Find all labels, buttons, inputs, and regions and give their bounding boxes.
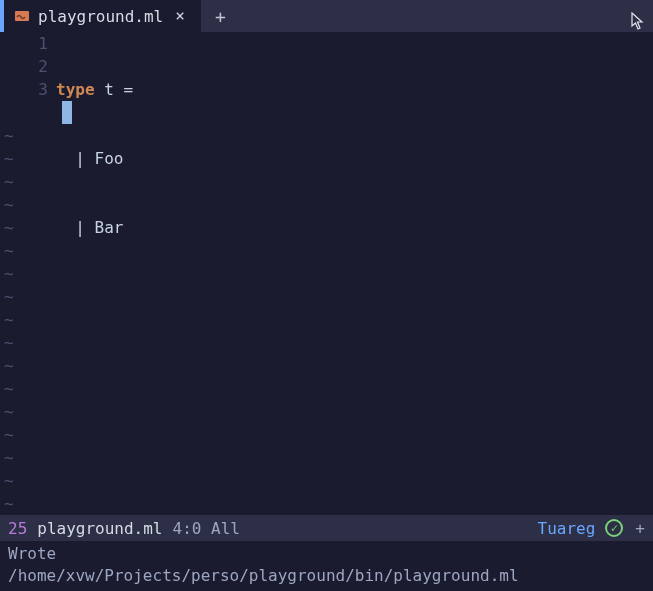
code-content[interactable]: type t = | Foo | Bar (56, 32, 653, 515)
keyword: type (56, 80, 95, 99)
modeline: 25 playground.ml 4:0 All Tuareg ✓ + (0, 515, 653, 541)
code-line: | Foo (56, 147, 653, 170)
code-line: | Bar (56, 216, 653, 239)
line-number: 2 (0, 55, 48, 78)
modeline-position: 4:0 All (173, 519, 240, 538)
line-number (0, 101, 48, 124)
code-text: t = (95, 80, 134, 99)
code-text: | Foo (56, 149, 123, 168)
empty-line-marker: ~ (0, 262, 48, 285)
empty-line-marker: ~ (0, 377, 48, 400)
code-line: type t = (56, 78, 653, 101)
vc-diff-count: 25 (4, 519, 27, 538)
empty-line-marker: ~ (0, 354, 48, 377)
minibuffer-line: Wrote (8, 543, 645, 565)
tab-label: playground.ml (38, 7, 163, 26)
ocaml-file-icon (14, 8, 30, 24)
modeline-filename: playground.ml (37, 519, 162, 538)
tab-bar: playground.ml × + (0, 0, 653, 32)
empty-line-marker: ~ (0, 423, 48, 446)
tab-close-icon[interactable]: × (171, 8, 189, 24)
minibuffer-line: /home/xvw/Projects/perso/playground/bin/… (8, 565, 645, 587)
modeline-extra: + (633, 519, 645, 538)
empty-line-marker: ~ (0, 147, 48, 170)
line-number-gutter: 1 2 3 ~ ~ ~ ~ ~ ~ ~ ~ ~ ~ ~ ~ ~ ~ ~ ~ ~ (0, 32, 56, 515)
empty-line-marker: ~ (0, 492, 48, 515)
code-editor[interactable]: 1 2 3 ~ ~ ~ ~ ~ ~ ~ ~ ~ ~ ~ ~ ~ ~ ~ ~ ~ … (0, 32, 653, 515)
tab-playground[interactable]: playground.ml × (4, 0, 201, 32)
empty-line-marker: ~ (0, 170, 48, 193)
empty-line-marker: ~ (0, 469, 48, 492)
modeline-major-mode[interactable]: Tuareg (538, 519, 596, 538)
empty-line-marker: ~ (0, 193, 48, 216)
empty-line-marker: ~ (0, 331, 48, 354)
line-number: 1 (0, 32, 48, 55)
empty-line-marker: ~ (0, 446, 48, 469)
flycheck-ok-icon[interactable]: ✓ (605, 519, 623, 537)
empty-line-marker: ~ (0, 216, 48, 239)
text-cursor (62, 101, 72, 124)
empty-line-marker: ~ (0, 308, 48, 331)
tab-add-button[interactable]: + (201, 0, 240, 32)
empty-line-marker: ~ (0, 124, 48, 147)
empty-line-marker: ~ (0, 239, 48, 262)
minibuffer: Wrote /home/xvw/Projects/perso/playgroun… (0, 541, 653, 591)
tabbar-spacer (240, 0, 653, 32)
empty-line-marker: ~ (0, 285, 48, 308)
editor-window: playground.ml × + 1 2 3 ~ ~ ~ ~ ~ ~ ~ ~ … (0, 0, 653, 591)
empty-line-marker: ~ (0, 400, 48, 423)
code-text: | Bar (56, 218, 123, 237)
line-number: 3 (0, 78, 48, 101)
